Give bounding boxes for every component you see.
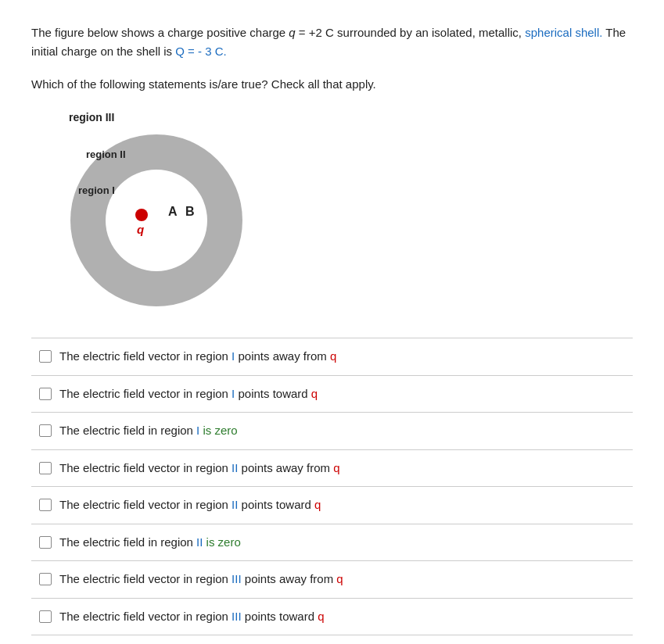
option-text-8: The electric field vector in region III … [59,608,325,626]
option-text-3: The electric field in region I is zero [59,422,238,440]
option-item-3[interactable]: The electric field in region I is zero [31,413,633,450]
option-item-4[interactable]: The electric field vector in region II p… [31,450,633,488]
option-text-1: The electric field vector in region I po… [59,348,336,366]
option-text-7: The electric field vector in region III … [59,571,343,589]
label-a: A [168,205,178,219]
checkbox-6[interactable] [39,536,52,549]
intro-paragraph: The figure below shows a charge positive… [31,23,633,61]
option-text-5: The electric field vector in region II p… [59,496,321,514]
option-text-6: The electric field in region II is zero [59,534,241,552]
option-item-8[interactable]: The electric field vector in region III … [31,599,633,636]
checkbox-2[interactable] [39,388,52,400]
option-item-6[interactable]: The electric field in region II is zero [31,524,633,562]
checkbox-3[interactable] [39,424,52,437]
region-iii-label: region III [69,111,114,123]
diagram-wrapper: q A B region II region I [63,127,266,314]
checkbox-8[interactable] [39,610,52,623]
option-item-7[interactable]: The electric field vector in region III … [31,561,633,599]
inner-circle: q A B [106,170,207,271]
highlight-charge: Q = - 3 C. [175,45,226,58]
checkbox-5[interactable] [39,499,52,511]
charge-dot [135,209,148,221]
region-i-label: region I [78,184,115,196]
option-item-5[interactable]: The electric field vector in region II p… [31,487,633,524]
option-text-4: The electric field vector in region II p… [59,460,340,478]
question-text: Which of the following statements is/are… [31,75,633,94]
intro-line1: The figure below shows a charge positive… [31,26,525,39]
option-item-9[interactable]: The electric field in region III is zero [31,635,633,644]
checkbox-1[interactable] [39,350,52,363]
checkbox-4[interactable] [39,462,52,474]
highlight-shell: spherical shell. [525,26,602,39]
label-b: B [185,205,195,219]
diagram-container: region III q A B region II region I [63,111,633,314]
option-item-1[interactable]: The electric field vector in region I po… [31,338,633,376]
outer-circle: q A B [70,134,242,306]
option-item-2[interactable]: The electric field vector in region I po… [31,376,633,413]
option-text-2: The electric field vector in region I po… [59,385,318,403]
options-list: The electric field vector in region I po… [31,338,633,644]
region-ii-label: region II [86,148,126,160]
charge-q-label: q [137,223,144,236]
checkbox-7[interactable] [39,573,52,585]
